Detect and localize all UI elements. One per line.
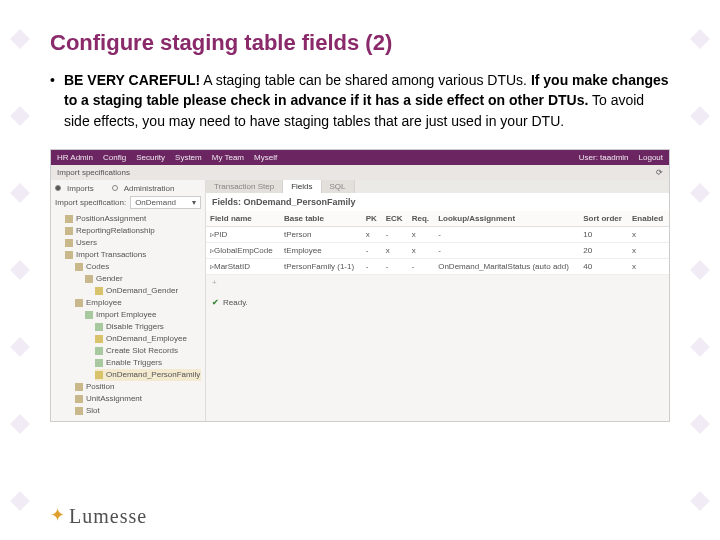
- add-row-button[interactable]: +: [206, 275, 669, 290]
- spec-label: Import specification:: [55, 198, 126, 207]
- tree-item[interactable]: OnDemand_Employee: [95, 333, 201, 345]
- bullet-item: • BE VERY CAREFUL! A staging table can b…: [0, 70, 720, 141]
- menu-hr-admin[interactable]: HR Admin: [57, 153, 93, 162]
- tree-item[interactable]: OnDemand_Gender: [95, 285, 201, 297]
- col-field-name[interactable]: Field name: [206, 211, 280, 227]
- tree: PositionAssignment ReportingRelationship…: [55, 213, 201, 417]
- tab-transaction-step[interactable]: Transaction Step: [206, 180, 283, 193]
- table-row[interactable]: ▹GlobalEmpCodetEmployee-xx-20x: [206, 242, 669, 258]
- embedded-screenshot: HR Admin Config Security System My Team …: [50, 149, 670, 422]
- spec-select[interactable]: OnDemand▾: [130, 196, 201, 209]
- slide-title: Configure staging table fields (2): [0, 0, 720, 70]
- logout-link[interactable]: Logout: [639, 153, 663, 162]
- menu-security[interactable]: Security: [136, 153, 165, 162]
- radio-admin-label: Administration: [124, 184, 175, 193]
- table-row[interactable]: ▹PIDtPersonx-x-10x: [206, 226, 669, 242]
- tree-item[interactable]: Import Transactions: [65, 249, 201, 261]
- tree-item[interactable]: Codes: [75, 261, 201, 273]
- check-icon: ✔: [212, 298, 219, 307]
- table-row[interactable]: ▹MarStatIDtPersonFamily (1-1)---OnDemand…: [206, 258, 669, 274]
- tree-item-selected[interactable]: OnDemand_PersonFamily: [95, 369, 201, 381]
- decoration-right: [670, 0, 720, 540]
- tree-item[interactable]: Disable Triggers: [95, 321, 201, 333]
- radio-admin[interactable]: [112, 185, 118, 191]
- col-req[interactable]: Req.: [408, 211, 434, 227]
- tree-item[interactable]: ReportingRelationship: [65, 225, 201, 237]
- chevron-down-icon: ▾: [192, 198, 196, 207]
- tree-item[interactable]: UnitAssignment: [75, 393, 201, 405]
- tab-sql[interactable]: SQL: [322, 180, 355, 193]
- tree-item[interactable]: Employee: [75, 297, 201, 309]
- tree-item[interactable]: Slot: [75, 405, 201, 417]
- main-panel: Transaction Step Fields SQL Fields: OnDe…: [206, 180, 669, 421]
- col-base-table[interactable]: Base table: [280, 211, 362, 227]
- tree-item[interactable]: PositionAssignment: [65, 213, 201, 225]
- tree-item[interactable]: Create Slot Records: [95, 345, 201, 357]
- tree-item[interactable]: Gender: [85, 273, 201, 285]
- radio-imports-label: Imports: [67, 184, 94, 193]
- col-lookup[interactable]: Lookup/Assignment: [434, 211, 579, 227]
- tree-item[interactable]: Users: [65, 237, 201, 249]
- subbar: Import specifications ⟳: [51, 165, 669, 180]
- radio-imports[interactable]: [55, 185, 61, 191]
- col-pk[interactable]: PK: [362, 211, 382, 227]
- sidebar: Imports Administration Import specificat…: [51, 180, 206, 421]
- subbar-title: Import specifications: [57, 168, 130, 177]
- col-sort[interactable]: Sort order: [579, 211, 628, 227]
- bullet-dot: •: [50, 70, 64, 131]
- tree-item[interactable]: Enable Triggers: [95, 357, 201, 369]
- user-label: User: taadmin: [579, 153, 629, 162]
- menu-myself[interactable]: Myself: [254, 153, 277, 162]
- menu-config[interactable]: Config: [103, 153, 126, 162]
- tab-fields[interactable]: Fields: [283, 180, 321, 193]
- col-enabled[interactable]: Enabled: [628, 211, 669, 227]
- tree-item[interactable]: Import Employee: [85, 309, 201, 321]
- tree-item[interactable]: Position: [75, 381, 201, 393]
- col-eck[interactable]: ECK: [382, 211, 408, 227]
- panel-title: Fields: OnDemand_PersonFamily: [206, 193, 669, 211]
- menu-my-team[interactable]: My Team: [212, 153, 244, 162]
- fields-table: Field name Base table PK ECK Req. Lookup…: [206, 211, 669, 275]
- status-ready: ✔ Ready.: [206, 290, 669, 315]
- decoration-left: [0, 0, 50, 540]
- logo: ✦ Lumesse: [50, 505, 147, 528]
- menu-system[interactable]: System: [175, 153, 202, 162]
- logo-text: Lumesse: [69, 505, 147, 528]
- bullet-text: BE VERY CAREFUL! A staging table can be …: [64, 70, 670, 131]
- refresh-icon[interactable]: ⟳: [656, 168, 663, 177]
- logo-star-icon: ✦: [50, 504, 65, 526]
- app-top-bar: HR Admin Config Security System My Team …: [51, 150, 669, 165]
